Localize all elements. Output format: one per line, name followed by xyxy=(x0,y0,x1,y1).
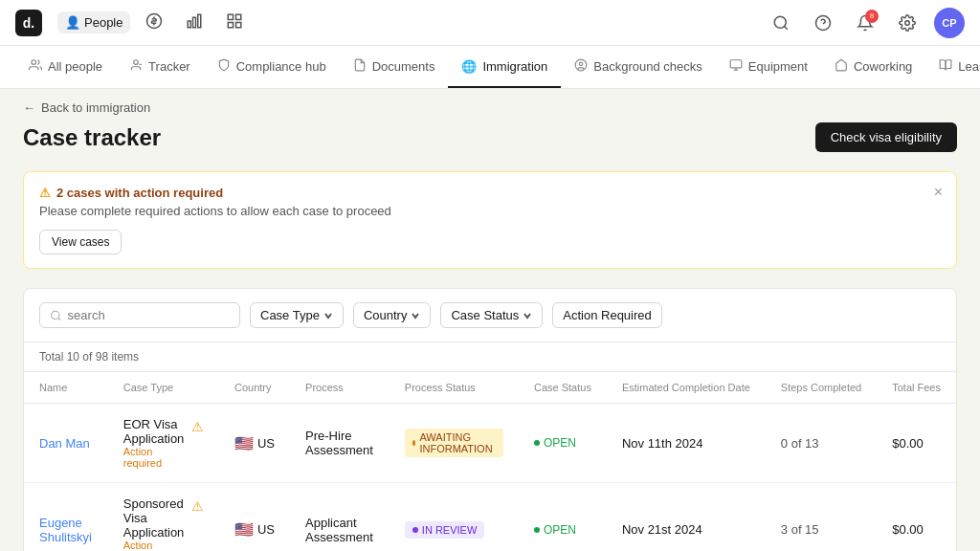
back-link-label: Back to immigration xyxy=(41,100,150,115)
search-input[interactable] xyxy=(68,308,230,322)
case-status-dot xyxy=(534,440,540,446)
col-completion-date: Estimated Completion Date xyxy=(607,372,766,404)
table-row: Dan Man EOR Visa Application Action requ… xyxy=(24,404,956,483)
nav-coworking[interactable]: Coworking xyxy=(821,46,925,88)
col-steps: Steps Completed xyxy=(766,372,877,404)
check-visa-button[interactable]: Check visa eligibility xyxy=(815,122,957,152)
cell-name: Eugene Shulitskyi xyxy=(24,483,108,552)
nav-immigration-label: Immigration xyxy=(482,59,547,74)
chevron-down-icon xyxy=(523,311,532,320)
country-flag: 🇺🇸 xyxy=(234,434,254,452)
case-status-filter[interactable]: Case Status xyxy=(440,302,543,328)
cell-case-status: OPEN xyxy=(519,483,607,552)
back-link[interactable]: ← Back to immigration xyxy=(23,89,957,122)
table-row: Eugene Shulitskyi Sponsored Visa Applica… xyxy=(24,483,956,552)
nav-apps[interactable] xyxy=(218,9,251,36)
nav-billing[interactable] xyxy=(138,9,170,36)
nav-people[interactable]: 👤 People xyxy=(57,11,130,33)
cell-case-type: EOR Visa Application Action required ⚠ xyxy=(108,404,219,483)
case-status: OPEN xyxy=(534,523,591,537)
table-summary: Total 10 of 98 items xyxy=(24,342,956,372)
cell-country: 🇺🇸 US xyxy=(219,483,290,552)
nav-equipment[interactable]: Equipment xyxy=(716,46,821,88)
search-button[interactable] xyxy=(766,8,796,38)
documents-icon xyxy=(353,58,367,75)
nav-immigration[interactable]: 🌐 Immigration xyxy=(448,46,561,88)
nav-background-checks-label: Background checks xyxy=(593,59,702,74)
app-logo[interactable]: d. xyxy=(15,10,42,36)
analytics-icon xyxy=(186,12,203,33)
case-type-name: EOR Visa Application xyxy=(123,417,186,446)
svg-rect-5 xyxy=(236,14,241,19)
notification-badge: 8 xyxy=(865,10,879,23)
svg-point-16 xyxy=(580,62,584,66)
help-button[interactable] xyxy=(808,8,838,38)
nav-background-checks[interactable]: Background checks xyxy=(561,46,715,88)
top-nav: d. 👤 People 8 CP xyxy=(0,0,980,46)
nav-all-people[interactable]: All people xyxy=(15,46,116,88)
page-content: ← Back to immigration Case tracker Check… xyxy=(0,89,980,551)
nav-tracker-label: Tracker xyxy=(148,59,190,74)
cell-fees: $0.00 xyxy=(877,404,956,483)
case-type-filter[interactable]: Case Type xyxy=(250,302,344,328)
back-arrow-icon: ← xyxy=(23,100,35,115)
user-avatar-photo[interactable]: CP xyxy=(934,8,965,38)
country-code: US xyxy=(257,436,275,451)
case-status: OPEN xyxy=(534,436,591,450)
cell-completion-date: Nov 11th 2024 xyxy=(607,404,766,483)
equipment-icon xyxy=(729,58,743,75)
col-process-status: Process Status xyxy=(390,372,519,404)
action-required-filter[interactable]: Action Required xyxy=(552,302,662,328)
cell-process-status: IN REVIEW xyxy=(390,483,519,552)
country-filter[interactable]: Country xyxy=(353,302,432,328)
background-checks-icon xyxy=(574,58,588,75)
col-process: Process xyxy=(290,372,390,404)
warning-triangle-icon: ⚠ xyxy=(191,419,204,434)
col-country: Country xyxy=(219,372,290,404)
case-status-dot xyxy=(534,527,540,533)
cell-steps: 0 of 13 xyxy=(766,404,877,483)
nav-tracker[interactable]: Tracker xyxy=(116,46,204,88)
page-header: Case tracker Check visa eligibility xyxy=(23,122,957,152)
cell-case-status: OPEN xyxy=(519,404,607,483)
cell-completion-date: Nov 21st 2024 xyxy=(607,483,766,552)
top-nav-right: 8 CP xyxy=(766,8,965,38)
view-cases-button[interactable]: View cases xyxy=(39,230,122,254)
col-fees: Total Fees xyxy=(877,372,956,404)
svg-point-12 xyxy=(32,59,36,64)
compliance-icon xyxy=(217,58,231,75)
col-name: Name xyxy=(24,372,108,404)
alert-banner: ⚠ 2 cases with action required Please co… xyxy=(23,171,957,269)
svg-point-20 xyxy=(52,311,59,319)
settings-button[interactable] xyxy=(892,8,923,38)
status-dot xyxy=(412,440,416,446)
svg-rect-1 xyxy=(189,21,191,28)
country-flag: 🇺🇸 xyxy=(234,520,254,539)
nav-documents[interactable]: Documents xyxy=(340,46,449,88)
avatar[interactable]: CP xyxy=(934,8,965,38)
cases-table: Name Case Type Country Process Process S… xyxy=(24,372,956,551)
svg-point-11 xyxy=(905,20,910,25)
process-status-badge: IN REVIEW xyxy=(405,521,484,539)
notifications-button[interactable]: 8 xyxy=(850,8,880,38)
nav-analytics[interactable] xyxy=(178,9,211,36)
svg-rect-17 xyxy=(730,59,742,67)
action-required-label: Action required xyxy=(123,446,186,469)
case-table-container: Case Type Country Case Status Action Req… xyxy=(23,288,957,551)
person-name-link[interactable]: Eugene Shulitskyi xyxy=(39,516,92,544)
search-box[interactable] xyxy=(39,302,240,328)
person-name-link[interactable]: Dan Man xyxy=(39,436,90,451)
nav-equipment-label: Equipment xyxy=(748,59,808,74)
nav-learning-label: Learning xyxy=(958,59,980,74)
cell-steps: 3 of 15 xyxy=(766,483,877,552)
chevron-down-icon xyxy=(411,311,420,320)
svg-rect-3 xyxy=(198,14,201,28)
nav-compliance-hub[interactable]: Compliance hub xyxy=(204,46,340,88)
nav-learning[interactable]: Learning xyxy=(925,46,980,88)
page-title: Case tracker xyxy=(23,124,161,151)
close-alert-button[interactable]: × xyxy=(934,184,943,201)
warning-icon: ⚠ xyxy=(39,186,51,200)
people-icon: 👤 xyxy=(65,15,80,30)
action-required-label: Action required xyxy=(123,540,186,551)
svg-point-8 xyxy=(774,16,786,28)
